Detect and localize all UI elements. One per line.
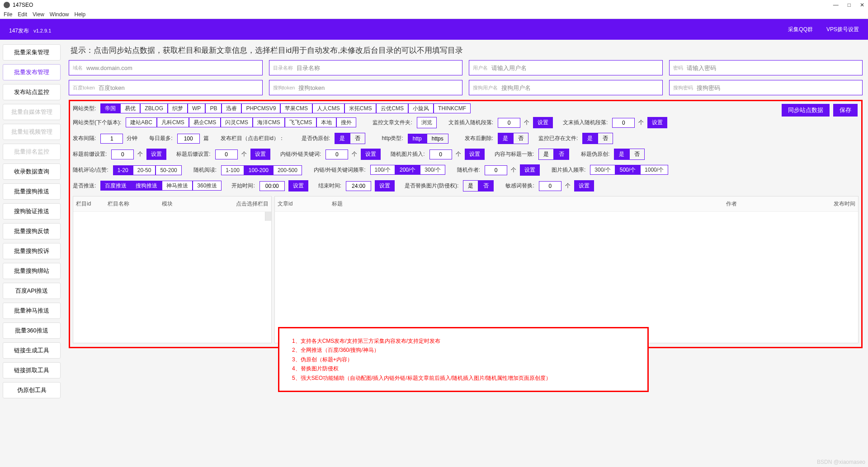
prefix-set-button[interactable]: 设置 (146, 149, 166, 160)
sensitive-input[interactable] (539, 181, 561, 191)
imgfreq-opt-0[interactable]: 300/个 (590, 165, 615, 175)
sidebar-item-17[interactable]: 伪原创工具 (3, 382, 61, 398)
site-type-tab-1[interactable]: 易优 (120, 103, 140, 113)
title-pseudo-toggle[interactable]: 是否 (614, 149, 645, 160)
sidebar-item-6[interactable]: 收录数据查询 (3, 163, 61, 180)
kw-set-button[interactable]: 设置 (361, 149, 381, 160)
end-set-button[interactable]: 设置 (375, 180, 395, 191)
site-type-tab-6[interactable]: 迅睿 (222, 103, 241, 113)
sidebar-item-1[interactable]: 批量发布管理 (3, 64, 61, 80)
site-type-tab-4[interactable]: WP (188, 103, 205, 113)
cred1-input-1[interactable] (297, 65, 459, 71)
header-link-qq[interactable]: 采集QQ群 (788, 26, 813, 33)
push-opt-3[interactable]: 360推送 (193, 181, 222, 191)
menu-window[interactable]: Window (50, 11, 69, 18)
sync-button[interactable]: 同步站点数据 (782, 104, 830, 117)
site-type-next-tab-0[interactable]: 建站ABC (126, 117, 157, 127)
sidebar-item-16[interactable]: 链接抓取工具 (3, 362, 61, 378)
header-link-vps[interactable]: VPS拨号设置 (826, 26, 859, 33)
site-type-next-tab-6[interactable]: 本地 (316, 117, 336, 127)
author-set-button[interactable]: 设置 (520, 164, 540, 176)
push-opt-1[interactable]: 搜狗推送 (131, 181, 162, 191)
site-type-tab-9[interactable]: 人人CMS (312, 103, 344, 113)
freq-opt-1[interactable]: 200/个 (395, 165, 420, 175)
daily-input[interactable] (177, 134, 200, 144)
read-opt-0[interactable]: 1-100 (221, 165, 244, 175)
cred1-input-3[interactable] (687, 65, 859, 71)
sidebar-item-8[interactable]: 搜狗验证推送 (3, 203, 61, 219)
sensitive-set-button[interactable]: 设置 (574, 180, 594, 191)
menu-help[interactable]: Help (75, 11, 86, 18)
cred2-input-3[interactable] (697, 84, 859, 91)
sidebar-item-12[interactable]: 百度API推送 (3, 283, 61, 299)
start-time-input[interactable] (259, 181, 285, 191)
maximize-button[interactable]: □ (848, 2, 851, 8)
freq-opt-2[interactable]: 300/个 (420, 165, 445, 175)
site-type-tab-10[interactable]: 米拓CMS (344, 103, 377, 113)
site-type-tab-13[interactable]: THINKCMF (434, 103, 471, 113)
comment-opt-1[interactable]: 20-50 (133, 165, 156, 175)
push-opt-0[interactable]: 百度推送 (100, 181, 131, 191)
minimize-button[interactable]: — (833, 2, 839, 8)
sidebar-item-7[interactable]: 批量搜狗推送 (3, 183, 61, 200)
sidebar-item-15[interactable]: 链接生成工具 (3, 342, 61, 359)
interval-input[interactable] (100, 134, 123, 144)
site-type-next-tab-4[interactable]: 海洋CMS (253, 117, 285, 127)
replace-img-toggle[interactable]: 是否 (463, 180, 494, 191)
menu-edit[interactable]: Edit (18, 11, 27, 18)
http-toggle[interactable]: httphttps (408, 134, 448, 144)
sidebar-item-13[interactable]: 批量神马推送 (3, 303, 61, 319)
monitor-exist-toggle[interactable]: 是否 (582, 133, 613, 144)
sidebar-item-11[interactable]: 批量搜狗绑站 (3, 263, 61, 279)
imgfreq-opt-1[interactable]: 500/个 (615, 165, 640, 175)
scrollbar-thumb[interactable] (265, 212, 271, 221)
content-match-toggle[interactable]: 是否 (538, 149, 569, 160)
cred2-input-2[interactable] (501, 84, 659, 91)
comment-opt-0[interactable]: 1-20 (113, 165, 133, 175)
site-type-tab-3[interactable]: 织梦 (168, 103, 188, 113)
sidebar-item-14[interactable]: 批量360推送 (3, 322, 61, 339)
end-time-input[interactable] (346, 181, 371, 191)
site-type-tab-11[interactable]: 云优CMS (376, 103, 408, 113)
site-type-next-tab-3[interactable]: 闪灵CMS (221, 117, 253, 127)
freq-opt-0[interactable]: 100/个 (370, 165, 395, 175)
start-set-button[interactable]: 设置 (288, 180, 308, 191)
sidebar-item-10[interactable]: 批量搜狗投诉 (3, 243, 61, 259)
comment-opt-2[interactable]: 50-200 (156, 165, 181, 175)
push-opt-2[interactable]: 神马推送 (162, 181, 193, 191)
sidebar-item-0[interactable]: 批量采集管理 (3, 44, 61, 61)
site-type-next-tab-7[interactable]: 搜外 (336, 117, 356, 127)
cred1-input-2[interactable] (491, 65, 659, 71)
article-table-body[interactable] (275, 212, 858, 343)
tail-set-button[interactable]: 设置 (647, 117, 667, 128)
menu-view[interactable]: View (33, 11, 44, 18)
read-opt-2[interactable]: 200-500 (273, 165, 302, 175)
site-type-tab-12[interactable]: 小旋风 (408, 103, 434, 113)
prefix-input[interactable] (111, 149, 134, 159)
cred2-input-0[interactable] (99, 84, 259, 91)
sidebar-item-9[interactable]: 批量搜狗反馈 (3, 223, 61, 239)
cred1-input-0[interactable] (86, 65, 259, 71)
site-type-next-tab-5[interactable]: 飞飞CMS (285, 117, 317, 127)
sidebar-item-2[interactable]: 发布站点监控 (3, 84, 61, 100)
head-set-button[interactable]: 设置 (533, 117, 553, 128)
head-count-input[interactable] (498, 118, 520, 128)
img-set-button[interactable]: 设置 (465, 149, 485, 160)
site-type-tab-8[interactable]: 苹果CMS (280, 103, 312, 113)
kw-input[interactable] (326, 149, 348, 159)
column-table-body[interactable] (73, 212, 271, 343)
site-type-next-tab-1[interactable]: 凡科CMS (157, 117, 189, 127)
imgfreq-opt-2[interactable]: 1000/个 (640, 165, 668, 175)
suffix-input[interactable] (215, 149, 238, 159)
site-type-tab-7[interactable]: PHPCMSV9 (241, 103, 280, 113)
read-opt-1[interactable]: 100-200 (244, 165, 273, 175)
site-type-next-tab-2[interactable]: 易企CMS (189, 117, 221, 127)
suffix-set-button[interactable]: 设置 (250, 149, 270, 160)
tail-count-input[interactable] (612, 118, 635, 128)
author-input[interactable] (485, 165, 507, 175)
site-type-tab-5[interactable]: PB (205, 103, 222, 113)
menu-file[interactable]: File (4, 11, 12, 18)
close-button[interactable]: ✕ (860, 2, 864, 8)
pseudo-toggle[interactable]: 是否 (335, 133, 365, 144)
img-input[interactable] (429, 149, 452, 159)
